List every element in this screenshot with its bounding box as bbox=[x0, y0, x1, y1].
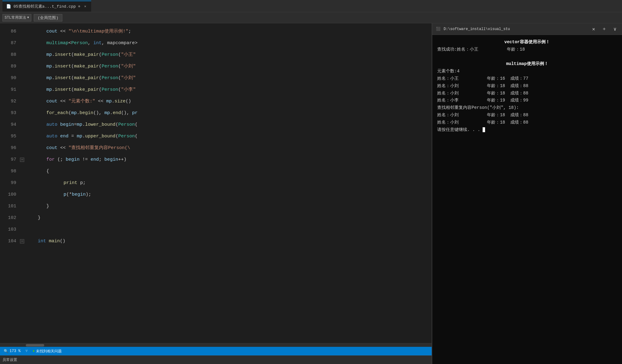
code-content[interactable]: cout << "\n\tmultimap使用示例!"; multimap<Pe… bbox=[29, 23, 432, 343]
toolbar: STL常用算法 ▼ (全局范围) bbox=[0, 12, 622, 23]
line-numbers: 86 87 88 89 90 91 92 93 94 95 96 97 98 9… bbox=[0, 23, 20, 343]
code-line-90: mp.insert(make_pair(Person("小刘" bbox=[29, 72, 432, 84]
terminal-close-button[interactable]: ✕ bbox=[590, 25, 597, 33]
code-line-104: int main() bbox=[29, 236, 432, 247]
code-line-96: cout << "查找相邻重复内容Person(\ bbox=[29, 142, 432, 154]
zoom-value: 173 % bbox=[10, 349, 21, 353]
terminal-new-button[interactable]: ＋ bbox=[600, 25, 608, 33]
code-line-102: } bbox=[29, 212, 432, 224]
terminal-line-8: 姓名：小刘 年龄：18 成绩：88 bbox=[437, 90, 617, 97]
terminal-line-13: 请按任意键继续. . . bbox=[437, 126, 617, 134]
code-line-100: p(*begin); bbox=[29, 189, 432, 201]
file-icon: 📄 bbox=[6, 4, 11, 9]
code-line-101: } bbox=[29, 201, 432, 212]
cursor bbox=[483, 127, 485, 132]
editor-tab[interactable]: 📄 05查找相邻元素a...t_find.cpp ⊕ ✕ bbox=[2, 1, 91, 12]
code-line-97: for (; begin != end; begin++) bbox=[29, 154, 432, 166]
code-line-88: mp.insert(make_pair(Person("小王" bbox=[29, 49, 432, 61]
terminal-line-7: 姓名：小刘 年龄：18 成绩：88 bbox=[437, 82, 617, 90]
code-line-95: auto end = mp.upper_bound(Person( bbox=[29, 131, 432, 142]
scope-selector[interactable]: (全局范围) bbox=[34, 14, 63, 21]
title-bar: 📄 05查找相邻元素a...t_find.cpp ⊕ ✕ bbox=[0, 0, 622, 12]
problems-status[interactable]: ● 未找到相关问题 bbox=[33, 349, 62, 354]
main-area: 86 87 88 89 90 91 92 93 94 95 96 97 98 9… bbox=[0, 23, 622, 364]
terminal-line-3 bbox=[437, 53, 617, 61]
git-icon: ⑂ bbox=[25, 349, 28, 353]
zoom-icon: 🔍 bbox=[4, 349, 8, 354]
code-line-92: cout << "元素个数:" << mp.size() bbox=[29, 96, 432, 107]
tab-filename: 05查找相邻元素a...t_find.cpp bbox=[14, 4, 76, 9]
code-area[interactable]: 86 87 88 89 90 91 92 93 94 95 96 97 98 9… bbox=[0, 23, 432, 343]
terminal-dropdown-button[interactable]: ∨ bbox=[612, 25, 618, 33]
code-line-99: print p; bbox=[29, 177, 432, 189]
bottom-label: 员常设置 bbox=[2, 357, 17, 362]
scope-label: (全局范围) bbox=[38, 15, 59, 21]
terminal-line-5: 元素个数:4 bbox=[437, 68, 617, 75]
code-line-94: auto begin=mp.lower_bound(Person( bbox=[29, 119, 432, 131]
git-icon-area[interactable]: ⑂ bbox=[25, 349, 28, 353]
terminal-line-2: 查找成功:姓名：小王 年龄：18 bbox=[437, 46, 617, 53]
terminal-line-1: vector容器使用示例！ bbox=[437, 39, 617, 46]
terminal-content: vector容器使用示例！ 查找成功:姓名：小王 年龄：18 multimap使… bbox=[432, 35, 622, 364]
zoom-level[interactable]: 🔍 173 % bbox=[4, 349, 21, 354]
gutter: − − bbox=[20, 23, 29, 343]
terminal-line-9: 姓名：小李 年龄：19 成绩：99 bbox=[437, 97, 617, 104]
terminal-path: D:\software_install\visual_stu bbox=[444, 27, 587, 31]
algorithm-dropdown[interactable]: STL常用算法 ▼ bbox=[2, 14, 31, 21]
terminal-icon: ⬛ bbox=[436, 27, 441, 31]
terminal-line-6: 姓名：小王 年龄：16 成绩：77 bbox=[437, 75, 617, 82]
collapse-104[interactable]: − bbox=[20, 239, 24, 243]
code-line-86: cout << "\n\tmultimap使用示例!"; bbox=[29, 26, 432, 37]
code-line-93: for_each(mp.begin(), mp.end(), pr bbox=[29, 107, 432, 119]
scroll-thumb[interactable] bbox=[26, 344, 44, 347]
terminal-pane: ⬛ D:\software_install\visual_stu ✕ ＋ ∨ v… bbox=[432, 23, 622, 364]
code-line-87: multimap<Person, int, mapcompare> bbox=[29, 37, 432, 49]
dropdown-label: STL常用算法 bbox=[5, 15, 26, 20]
terminal-tab: ⬛ bbox=[436, 27, 441, 31]
collapse-97[interactable]: − bbox=[20, 158, 24, 162]
status-bar: 🔍 173 % ⑂ ● 未找到相关问题 bbox=[0, 347, 432, 355]
bottom-bar: 员常设置 bbox=[0, 355, 432, 364]
tab-pin-icon[interactable]: ⊕ bbox=[78, 4, 80, 8]
no-problems-text: 未找到相关问题 bbox=[36, 349, 62, 354]
code-line-89: mp.insert(make_pair(Person("小刘" bbox=[29, 61, 432, 72]
chevron-down-icon: ▼ bbox=[27, 16, 29, 19]
terminal-line-4: multimap使用示例！ bbox=[437, 60, 617, 68]
tab-close-button[interactable]: ✕ bbox=[83, 4, 87, 9]
horizontal-scrollbar[interactable] bbox=[0, 343, 432, 347]
terminal-line-12: 姓名：小刘 年龄：18 成绩：88 bbox=[437, 119, 617, 126]
terminal-title-bar: ⬛ D:\software_install\visual_stu ✕ ＋ ∨ bbox=[432, 23, 622, 35]
terminal-line-10: 查找相邻重复内容Person("小刘", 18): bbox=[437, 104, 617, 112]
code-line-98: { bbox=[29, 166, 432, 177]
terminal-line-11: 姓名：小刘 年龄：18 成绩：88 bbox=[437, 112, 617, 119]
code-line-91: mp.insert(make_pair(Person("小李" bbox=[29, 84, 432, 96]
editor-pane: 86 87 88 89 90 91 92 93 94 95 96 97 98 9… bbox=[0, 23, 432, 364]
ok-icon: ● bbox=[33, 349, 35, 353]
code-line-103 bbox=[29, 224, 432, 236]
